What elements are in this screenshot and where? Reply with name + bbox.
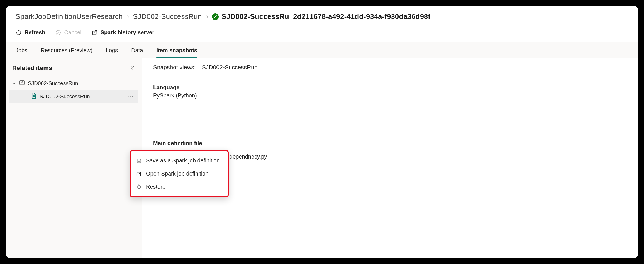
breadcrumb-current-label: SJD002-SuccessRu_2d211678-a492-41dd-934a…	[221, 12, 430, 21]
menu-item-save-as-label: Save as a Spark job definition	[146, 157, 220, 164]
refresh-button[interactable]: Refresh	[16, 29, 45, 36]
snapshot-header: Snapshot views: SJD002-SuccessRun	[142, 58, 638, 76]
tree-item-child-label: SJD002-SuccessRun	[40, 93, 90, 100]
tab-logs[interactable]: Logs	[106, 42, 118, 58]
related-items-tree: SJD002-SuccessRun SJD002-SuccessRun ···	[6, 77, 142, 103]
refresh-icon	[16, 30, 22, 36]
collapse-sidebar-button[interactable]	[130, 65, 135, 71]
spark-history-label: Spark history server	[101, 29, 154, 36]
success-icon	[212, 13, 219, 20]
breadcrumb-item-1[interactable]: SJD002-SuccessRun	[133, 12, 202, 21]
menu-item-restore[interactable]: Restore	[131, 180, 228, 193]
snapshot-views-value: SJD002-SuccessRun	[202, 64, 258, 71]
language-label: Language	[153, 84, 627, 91]
svg-point-3	[33, 95, 35, 97]
tab-item-snapshots[interactable]: Item snapshots	[156, 42, 197, 58]
menu-item-restore-label: Restore	[146, 184, 165, 190]
spark-history-button[interactable]: Spark history server	[92, 29, 154, 36]
spark-file-icon	[31, 93, 37, 100]
tab-resources[interactable]: Resources (Preview)	[41, 42, 92, 58]
sidebar: Related items SJD002-SuccessRun	[6, 58, 142, 258]
sidebar-title: Related items	[12, 64, 52, 72]
tab-data[interactable]: Data	[131, 42, 143, 58]
breadcrumb-separator: ›	[126, 12, 129, 21]
open-external-icon	[136, 171, 142, 177]
language-value: PySpark (Python)	[153, 92, 627, 99]
refresh-label: Refresh	[25, 29, 45, 36]
app-window: SparkJobDefinitionUserResearch › SJD002-…	[6, 6, 638, 258]
breadcrumb-item-0[interactable]: SparkJobDefinitionUserResearch	[16, 12, 123, 21]
menu-item-save-as[interactable]: Save as a Spark job definition	[131, 154, 228, 167]
breadcrumb-separator: ›	[206, 12, 208, 21]
tab-jobs[interactable]: Jobs	[16, 42, 27, 58]
tree-item-root[interactable]: SJD002-SuccessRun	[9, 77, 138, 90]
svg-rect-2	[20, 81, 25, 85]
main-definition-file-label: Main definition file	[153, 140, 627, 147]
context-menu: Save as a Spark job definition Open Spar…	[130, 150, 229, 197]
save-icon	[136, 158, 142, 164]
menu-item-open-label: Open Spark job definition	[146, 171, 209, 177]
tree-item-root-label: SJD002-SuccessRun	[28, 80, 78, 87]
toolbar: Refresh Cancel Spark history server	[6, 24, 638, 42]
restore-icon	[136, 184, 142, 190]
tree-item-more-button[interactable]: ···	[126, 93, 135, 100]
cancel-label: Cancel	[64, 29, 81, 36]
cancel-button: Cancel	[55, 29, 81, 36]
chevron-down-icon	[12, 82, 16, 85]
tree-item-child[interactable]: SJD002-SuccessRun ···	[9, 90, 138, 103]
snapshot-views-label: Snapshot views:	[153, 64, 196, 71]
body: Related items SJD002-SuccessRun	[6, 58, 638, 258]
spark-job-definition-icon	[19, 80, 25, 87]
sidebar-header: Related items	[6, 63, 142, 77]
chevron-double-left-icon	[130, 65, 135, 71]
menu-item-open[interactable]: Open Spark job definition	[131, 167, 228, 180]
external-link-icon	[92, 30, 98, 36]
cancel-icon	[55, 30, 61, 36]
tabs: Jobs Resources (Preview) Logs Data Item …	[6, 42, 638, 58]
breadcrumb-current: SJD002-SuccessRu_2d211678-a492-41dd-934a…	[212, 12, 430, 21]
breadcrumb: SparkJobDefinitionUserResearch › SJD002-…	[6, 6, 638, 24]
